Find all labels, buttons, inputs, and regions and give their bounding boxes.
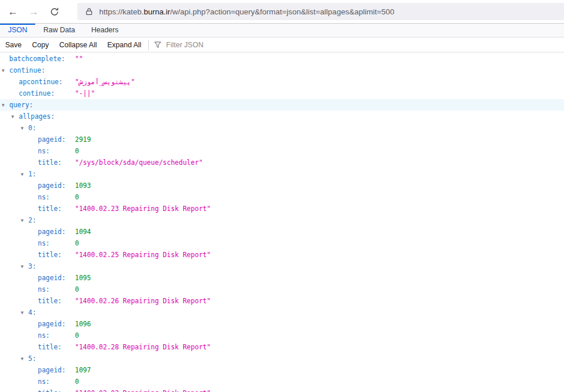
lock-icon	[85, 7, 93, 16]
tab-raw-data[interactable]: Raw Data	[35, 24, 83, 37]
json-key: pageid:	[38, 274, 66, 282]
expand-all-button[interactable]: Expand All	[102, 38, 146, 52]
url-suffix: /w/api.php?action=query&format=json&list…	[170, 7, 394, 16]
url-domain: burna.ir	[144, 7, 170, 16]
json-value: 1096	[75, 318, 91, 330]
json-key: ns:	[38, 239, 50, 247]
twisty-icon[interactable]: ▼	[21, 307, 28, 319]
json-key: ns:	[38, 285, 50, 293]
json-key: ns:	[38, 147, 50, 155]
json-row: title:"1400.02.23 Repairing Disk Report"	[0, 203, 564, 214]
filter-json-input[interactable]	[165, 40, 294, 50]
forward-icon: →	[23, 0, 44, 23]
twisty-icon[interactable]: ▼	[21, 215, 28, 227]
tab-json[interactable]: JSON	[0, 24, 35, 37]
json-row: pageid:1094	[0, 226, 564, 238]
json-value: "-||"	[75, 88, 95, 99]
json-row: ns:0	[0, 145, 564, 157]
twisty-icon[interactable]: ▼	[21, 169, 28, 180]
tabs-bar: JSON Raw Data Headers	[0, 24, 564, 37]
twisty-icon[interactable]: ▼	[21, 123, 28, 134]
json-row: pageid:1095	[0, 272, 564, 284]
json-value: "/sys/block/sda/queue/scheduler"	[75, 157, 203, 168]
json-value: 1094	[75, 226, 91, 238]
json-row: ▼3:	[0, 261, 564, 272]
json-key: pageid:	[38, 366, 66, 374]
json-value: 0	[75, 191, 79, 203]
reload-icon[interactable]	[44, 0, 65, 23]
back-icon[interactable]: ←	[2, 0, 23, 23]
json-row: ▼2:	[0, 214, 564, 226]
json-row: ns:0	[0, 191, 564, 203]
browser-chrome: ← → https://kateb.burna.ir/w/api.php?act…	[0, 0, 564, 24]
json-key: pageid:	[38, 228, 66, 236]
tab-label: Raw Data	[43, 26, 75, 34]
json-key: 2:	[28, 216, 36, 224]
json-value: 0	[75, 284, 79, 295]
json-key: title:	[38, 343, 62, 351]
twisty-icon[interactable]: ▼	[21, 353, 28, 365]
json-value: 2919	[75, 134, 91, 145]
tab-headers[interactable]: Headers	[83, 24, 126, 37]
save-button[interactable]: Save	[0, 38, 27, 52]
json-value: "1400.03.02 Repairing Disk Report"	[75, 387, 210, 392]
json-key: batchcomplete:	[9, 55, 65, 63]
json-row: pageid:2919	[0, 134, 564, 145]
browser-window: ← → https://kateb.burna.ir/w/api.php?act…	[0, 0, 564, 392]
json-tree: batchcomplete:""▼continue:apcontinue:"پی…	[0, 52, 564, 392]
json-key: pageid:	[38, 182, 66, 190]
json-row: pageid:1093	[0, 180, 564, 191]
twisty-icon[interactable]: ▼	[2, 65, 9, 77]
json-value: "1400.02.26 Repairing Disk Report"	[75, 295, 210, 307]
json-key: 3:	[28, 262, 36, 270]
json-key: 0:	[28, 124, 36, 132]
json-row: ▼continue:	[0, 65, 564, 76]
json-value: "پیشنویس_آموزش"	[75, 76, 135, 88]
json-value: 0	[75, 330, 79, 341]
toolbar-buttons: SaveCopyCollapse AllExpand All	[0, 38, 146, 52]
json-value: 0	[75, 376, 79, 387]
json-row: ▼4:	[0, 307, 564, 318]
twisty-icon[interactable]: ▼	[21, 261, 28, 273]
json-row: pageid:1097	[0, 364, 564, 376]
url-text: https://kateb.burna.ir/w/api.php?action=…	[99, 7, 394, 16]
json-row: batchcomplete:""	[0, 53, 564, 65]
json-key: ns:	[38, 193, 50, 201]
json-value: 0	[75, 145, 79, 157]
json-row: ns:0	[0, 284, 564, 295]
json-row: ▼allpages:	[0, 111, 564, 122]
json-key: title:	[38, 159, 62, 167]
filter-icon	[154, 41, 161, 48]
json-value: ""	[75, 53, 83, 65]
json-key: title:	[38, 205, 62, 213]
filter-wrap	[154, 40, 294, 50]
json-key: query:	[9, 101, 33, 109]
json-row: continue:"-||"	[0, 88, 564, 99]
json-key: title:	[38, 251, 62, 259]
json-value: 1097	[75, 364, 91, 376]
json-row: title:"1400.02.28 Repairing Disk Report"	[0, 341, 564, 353]
json-value: 1093	[75, 180, 91, 191]
twisty-icon[interactable]: ▼	[12, 111, 19, 123]
twisty-icon[interactable]: ▼	[2, 100, 9, 111]
json-row: ▼0:	[0, 122, 564, 134]
url-prefix: https://kateb.	[99, 7, 144, 16]
json-key: continue:	[19, 89, 55, 97]
json-key: pageid:	[38, 320, 66, 328]
copy-button[interactable]: Copy	[27, 38, 54, 52]
json-row: apcontinue:"پیشنویس_آموزش"	[0, 76, 564, 88]
json-key: continue:	[9, 66, 45, 74]
json-key: ns:	[38, 378, 50, 386]
url-bar[interactable]: https://kateb.burna.ir/w/api.php?action=…	[77, 3, 564, 20]
json-row: ns:0	[0, 376, 564, 387]
json-row: ▼1:	[0, 168, 564, 180]
json-key: ns:	[38, 331, 50, 340]
tab-label: Headers	[91, 26, 118, 34]
json-row: title:"1400.02.26 Repairing Disk Report"	[0, 295, 564, 307]
json-value: 1095	[75, 272, 91, 284]
json-key: pageid:	[38, 135, 66, 144]
tab-label: JSON	[8, 26, 27, 34]
collapse-all-button[interactable]: Collapse All	[54, 38, 102, 52]
json-key: 1:	[28, 170, 36, 178]
json-row: ns:0	[0, 330, 564, 341]
